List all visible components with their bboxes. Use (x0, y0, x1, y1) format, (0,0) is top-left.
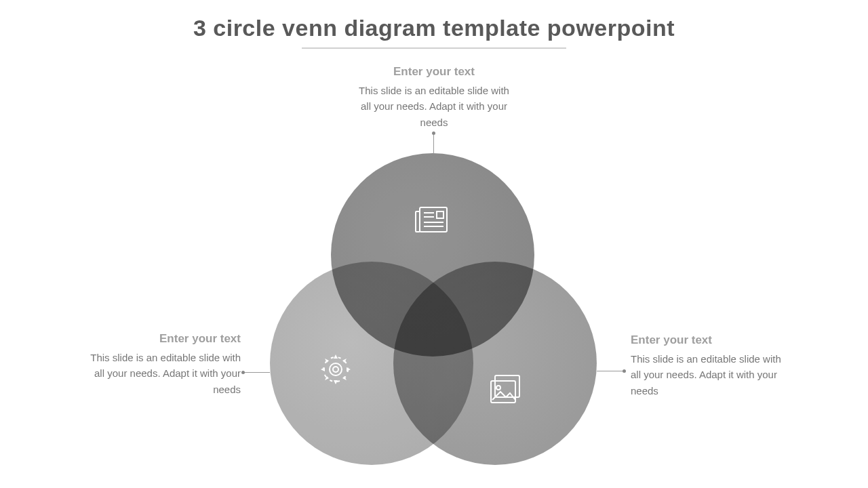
venn-diagram (270, 153, 597, 472)
callout-top: Enter your text This slide is an editabl… (356, 65, 512, 130)
callout-top-body: This slide is an editable slide with all… (356, 83, 512, 130)
leader-line-left (243, 372, 270, 373)
callout-left-heading: Enter your text (88, 332, 241, 346)
callout-right: Enter your text This slide is an editabl… (631, 333, 783, 399)
callout-left-body: This slide is an editable slide with all… (88, 350, 241, 397)
callout-right-body: This slide is an editable slide with all… (631, 351, 783, 399)
svg-point-12 (496, 386, 500, 390)
callout-top-heading: Enter your text (356, 65, 512, 79)
svg-rect-4 (437, 211, 443, 218)
title-rule (302, 47, 566, 49)
callout-right-heading: Enter your text (631, 333, 783, 347)
leader-dot-right (623, 369, 626, 373)
leader-dot-top (432, 131, 435, 135)
svg-point-8 (333, 367, 338, 372)
venn-circle-top (331, 153, 534, 357)
leader-line-top (433, 133, 434, 153)
image-icon (488, 374, 524, 405)
slide-title: 3 circle venn diagram template powerpoin… (0, 15, 868, 41)
newspaper-icon (414, 203, 452, 236)
svg-rect-1 (416, 211, 420, 232)
svg-point-7 (330, 363, 342, 375)
callout-left: Enter your text This slide is an editabl… (88, 332, 241, 397)
leader-dot-left (241, 371, 245, 374)
leader-line-right (597, 371, 624, 371)
gear-icon (319, 352, 353, 386)
